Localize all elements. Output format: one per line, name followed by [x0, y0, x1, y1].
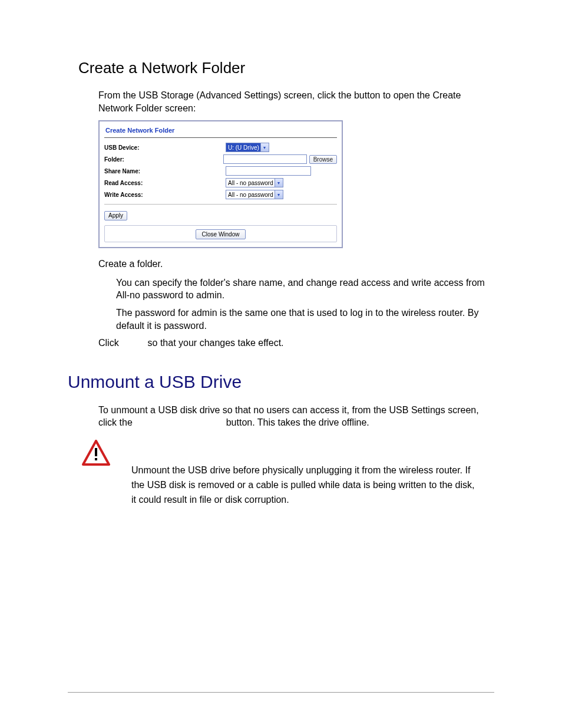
label-share-name: Share Name: [104, 168, 226, 174]
dropdown-read-access[interactable]: All - no password ▾ [226, 178, 283, 187]
row-usb-device: USB Device: U: (U Drive) ▾ [104, 141, 337, 153]
svg-rect-2 [95, 458, 97, 460]
label-write-access: Write Access: [104, 192, 226, 198]
row-folder: Folder: Browse [104, 153, 337, 165]
dialog-create-network-folder: Create Network Folder USB Device: U: (U … [98, 120, 343, 248]
page-footer-rule [68, 692, 494, 693]
document-page: Create a Network Folder From the USB Sto… [0, 0, 562, 728]
input-share-name[interactable] [226, 166, 311, 176]
warning-block: Unmount the USB drive before physically … [82, 440, 494, 507]
unmount-text-b: button. This takes the drive offline. [226, 417, 369, 427]
dropdown-write-access[interactable]: All - no password ▾ [226, 190, 283, 199]
dropdown-read-value: All - no password [228, 180, 273, 186]
divider [104, 137, 337, 138]
row-read-access: Read Access: All - no password ▾ [104, 177, 337, 189]
detail-admin-password: The password for admin is the same one t… [116, 307, 494, 332]
dropdown-usb-device[interactable]: U: (U Drive) ▾ [226, 143, 269, 152]
warning-icon [82, 440, 110, 466]
dialog-title: Create Network Folder [104, 125, 337, 136]
dropdown-usb-device-value: U: (U Drive) [228, 144, 259, 151]
close-window-button[interactable]: Close Window [196, 229, 246, 239]
heading-unmount-usb: Unmount a USB Drive [68, 372, 494, 392]
text-click: Click [98, 338, 119, 348]
chevron-down-icon: ▾ [260, 143, 269, 151]
text-takes-effect: so that your changes take effect. [148, 338, 284, 348]
apply-button[interactable]: Apply [104, 211, 127, 220]
close-row: Close Window [104, 225, 337, 242]
label-folder: Folder: [104, 156, 223, 163]
heading-create-network-folder: Create a Network Folder [78, 59, 494, 77]
divider [104, 204, 337, 205]
label-usb-device: USB Device: [104, 144, 226, 151]
input-folder[interactable] [223, 154, 307, 164]
dropdown-write-value: All - no password [228, 192, 273, 198]
label-read-access: Read Access: [104, 180, 226, 186]
chevron-down-icon: ▾ [275, 179, 283, 187]
svg-rect-1 [95, 448, 97, 456]
unmount-intro: To unmount a USB disk drive so that no u… [98, 404, 494, 429]
row-share-name: Share Name: [104, 165, 337, 177]
browse-button[interactable]: Browse [309, 155, 337, 164]
intro-text: From the USB Storage (Advanced Settings)… [98, 89, 494, 114]
detail-share-name: You can specify the folder's share name,… [116, 276, 494, 302]
warning-text: Unmount the USB drive before physically … [131, 440, 494, 507]
step-create-folder: Create a folder. [98, 258, 494, 271]
step-click-apply: Click so that your changes take effect. [98, 337, 494, 350]
chevron-down-icon: ▾ [275, 190, 283, 199]
row-write-access: Write Access: All - no password ▾ [104, 189, 337, 200]
